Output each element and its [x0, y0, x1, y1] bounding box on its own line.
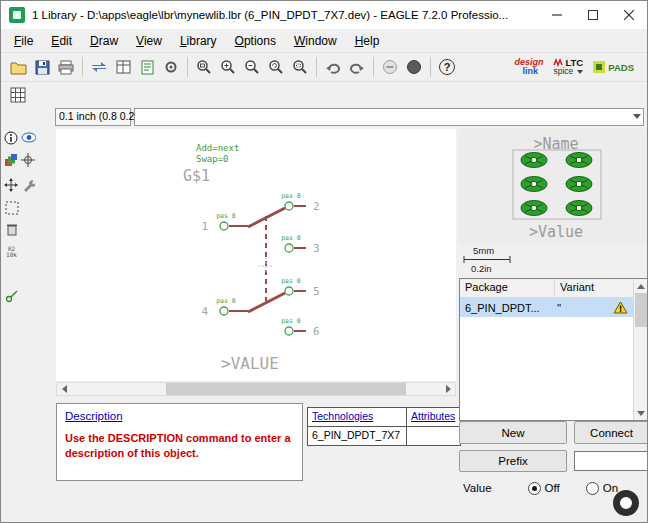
- value-placeholder: >VALUE: [221, 354, 279, 373]
- show-button[interactable]: [21, 130, 36, 145]
- prefix-button[interactable]: Prefix: [459, 450, 567, 472]
- trash-icon: [5, 222, 19, 236]
- move-button[interactable]: [4, 177, 18, 192]
- ltcspice-button[interactable]: LTC spice: [553, 58, 583, 76]
- display-layers-button[interactable]: [4, 152, 18, 167]
- zoom-in-button[interactable]: [216, 55, 240, 79]
- technologies-link[interactable]: Technologies: [312, 410, 373, 422]
- menu-file[interactable]: File: [5, 31, 42, 51]
- description-panel: Description Use the DESCRIPTION command …: [56, 403, 303, 481]
- connect-button[interactable]: Connect: [574, 421, 648, 444]
- zoom-out-button[interactable]: [240, 55, 264, 79]
- prefix-field[interactable]: [574, 451, 648, 471]
- symbol-canvas[interactable]: Add=next Swap=0 G$1 1 pas 0 pas 0: [56, 129, 456, 381]
- scale-bar: [463, 256, 511, 263]
- grid-icon: [10, 87, 26, 103]
- device-table-button[interactable]: [111, 55, 135, 79]
- canvas-hscrollbar[interactable]: [56, 382, 456, 396]
- run-ulp-button[interactable]: [159, 55, 183, 79]
- stop-button[interactable]: [378, 55, 402, 79]
- change-button[interactable]: [21, 177, 35, 192]
- command-input[interactable]: [137, 109, 625, 125]
- open-button[interactable]: [6, 55, 30, 79]
- menu-window[interactable]: Window: [285, 31, 346, 51]
- pin-circle: [285, 202, 293, 210]
- designlink-button[interactable]: design link: [514, 58, 543, 76]
- attr-swap-label: Swap=0: [196, 154, 229, 164]
- command-combobox[interactable]: [134, 108, 644, 126]
- print-button[interactable]: [54, 55, 78, 79]
- menu-draw[interactable]: Draw: [81, 31, 127, 51]
- value-off-label: Off: [545, 482, 560, 494]
- go-icon: [406, 59, 422, 75]
- vscroll-track[interactable]: [634, 293, 648, 406]
- redo-arrow-icon: [349, 60, 365, 74]
- hscroll-thumb[interactable]: [166, 383, 406, 395]
- scroll-up-button[interactable]: [634, 279, 648, 293]
- save-button[interactable]: [30, 55, 54, 79]
- package-preview: >Name >Value: [459, 129, 648, 245]
- attributes-value: [407, 427, 460, 445]
- scroll-right-button[interactable]: [441, 383, 455, 395]
- vscroll-thumb[interactable]: [635, 293, 647, 327]
- menu-library[interactable]: Library: [171, 31, 226, 51]
- grid-button[interactable]: [6, 83, 30, 107]
- zoom-select-button[interactable]: [288, 55, 312, 79]
- mark-button[interactable]: [21, 152, 35, 167]
- group-rect-icon: [5, 201, 19, 215]
- menu-options[interactable]: Options: [226, 31, 285, 51]
- stop-icon: [382, 59, 398, 75]
- titlebar: 1 Library - D:\apps\eagle\lbr\mynewlib.l…: [1, 1, 647, 29]
- scale-indicator: 5mm 0.2in: [463, 245, 523, 274]
- script-button[interactable]: [135, 55, 159, 79]
- variant-cell: '': [555, 302, 589, 314]
- value-off-radio[interactable]: [528, 482, 541, 495]
- delete-button[interactable]: [4, 221, 19, 236]
- package-row-selected[interactable]: 6_PIN_DPDT... '': [460, 298, 633, 317]
- scroll-down-button[interactable]: [634, 406, 648, 420]
- attributes-link[interactable]: Attributes: [411, 410, 455, 422]
- pin-circle: [220, 307, 228, 315]
- minimize-button[interactable]: [539, 1, 575, 29]
- zoom-fit-icon: [196, 59, 212, 75]
- dropdown-arrow-icon: [577, 70, 583, 74]
- zoom-redraw-button[interactable]: [264, 55, 288, 79]
- pads: [521, 153, 592, 216]
- package-table-vscrollbar[interactable]: [633, 279, 648, 420]
- menu-view[interactable]: View: [127, 31, 171, 51]
- package-column-header[interactable]: Package: [460, 279, 555, 297]
- value-tool-button[interactable]: R2 10k: [4, 243, 19, 261]
- new-button[interactable]: New: [459, 421, 567, 444]
- maximize-icon: [588, 10, 598, 20]
- app-icon: [9, 7, 25, 23]
- pin-circle: [285, 327, 293, 335]
- go-button[interactable]: [402, 55, 426, 79]
- menu-help[interactable]: Help: [346, 31, 389, 51]
- pads-logo-icon: [593, 61, 605, 73]
- pin-tool-button[interactable]: [4, 288, 19, 303]
- undo-button[interactable]: [321, 55, 345, 79]
- info-button[interactable]: [4, 130, 18, 145]
- combo-dropdown-icon[interactable]: [633, 114, 641, 119]
- maximize-button[interactable]: [575, 1, 611, 29]
- pin-number: 3: [313, 242, 320, 255]
- value-on-radio[interactable]: [586, 482, 599, 495]
- group-button[interactable]: [4, 200, 19, 215]
- info-icon: [4, 131, 18, 145]
- redo-button[interactable]: [345, 55, 369, 79]
- hscroll-track[interactable]: [71, 383, 441, 395]
- pin-direction-label: pas 0: [281, 317, 301, 325]
- swap-gates-button[interactable]: [87, 55, 111, 79]
- pin-circle: [285, 244, 293, 252]
- scroll-left-button[interactable]: [57, 383, 71, 395]
- pads-button[interactable]: PADS: [593, 61, 634, 73]
- variant-column-header[interactable]: Variant: [555, 279, 633, 297]
- pin-direction-label: pas 0: [281, 192, 301, 200]
- description-link[interactable]: Description: [65, 410, 123, 422]
- layers-icon: [4, 153, 18, 167]
- value-placeholder: >Value: [529, 223, 583, 241]
- menu-edit[interactable]: Edit: [42, 31, 81, 51]
- help-button[interactable]: ?: [435, 55, 459, 79]
- zoom-fit-button[interactable]: [192, 55, 216, 79]
- close-button[interactable]: [611, 1, 647, 29]
